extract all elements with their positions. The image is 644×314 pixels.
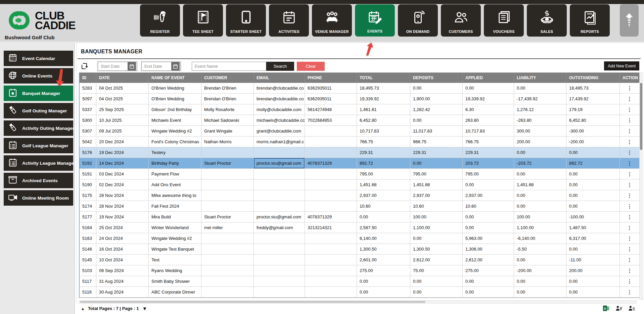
column-header-name-of-event[interactable]: NAME OF EVENT — [149, 73, 201, 83]
row-action-menu[interactable]: ⋮ — [620, 115, 640, 126]
column-header-phone[interactable]: PHONE — [305, 73, 357, 83]
kebab-menu-icon[interactable]: ⋮ — [627, 171, 632, 177]
row-action-menu[interactable]: ⋮ — [620, 265, 640, 276]
sidebar-item-golf-league-manager[interactable]: Golf League Manager — [4, 138, 73, 153]
table-row-5117[interactable]: 511731 Aug 2024Smith Baby Shower0.000.00… — [80, 276, 640, 287]
kebab-menu-icon[interactable]: ⋮ — [627, 278, 632, 284]
kebab-menu-icon[interactable]: ⋮ — [627, 117, 632, 123]
contact-export-icon[interactable] — [615, 305, 623, 313]
column-header-applied[interactable]: APPLIED — [463, 73, 514, 83]
kebab-menu-icon[interactable]: ⋮ — [627, 225, 632, 230]
row-action-menu[interactable]: ⋮ — [620, 287, 640, 298]
kebab-menu-icon[interactable]: ⋮ — [627, 182, 632, 188]
row-action-menu[interactable]: ⋮ — [620, 158, 640, 169]
kebab-menu-icon[interactable]: ⋮ — [627, 96, 632, 102]
table-row-5192[interactable]: 519214 Dec 2024Birthday PartyStuart Proc… — [80, 158, 640, 169]
sidebar-item-archived-events[interactable]: Archived Events — [4, 173, 73, 188]
refresh-loop-icon[interactable] — [80, 62, 89, 71]
nav-button-register[interactable]: REGISTER — [140, 4, 180, 37]
page-down-icon[interactable]: ▼ — [142, 306, 147, 311]
table-row-5191[interactable]: 519103 Dec 2024Payment Flow795.00795.007… — [80, 169, 640, 179]
nav-button-tee-sheet[interactable]: TEE SHEET — [183, 4, 223, 37]
table-row-5164[interactable]: 516425 Oct 2024Winter Wonderlandmel mill… — [80, 222, 640, 233]
row-action-menu[interactable]: ⋮ — [620, 212, 640, 222]
contact-list-icon[interactable] — [628, 305, 635, 313]
kebab-menu-icon[interactable]: ⋮ — [627, 203, 632, 209]
row-action-menu[interactable]: ⋮ — [620, 190, 640, 201]
kebab-menu-icon[interactable]: ⋮ — [627, 85, 632, 91]
column-header-total[interactable]: TOTAL — [357, 73, 410, 83]
vertical-scrollbar[interactable] — [639, 72, 643, 300]
sidebar-item-banquet-manager[interactable]: Banquet Manager — [4, 86, 73, 101]
row-action-menu[interactable]: ⋮ — [620, 179, 640, 190]
kebab-menu-icon[interactable]: ⋮ — [627, 214, 632, 220]
event-name-input[interactable] — [192, 62, 266, 71]
table-row-5300[interactable]: 530010 Jul 2025Michaels EventMichael Sad… — [80, 115, 640, 126]
kebab-menu-icon[interactable]: ⋮ — [627, 193, 632, 198]
row-action-menu[interactable]: ⋮ — [620, 233, 640, 244]
row-action-menu[interactable]: ⋮ — [620, 94, 640, 104]
table-row-5103[interactable]: 510306 Sep 2024Ryans Wedding275.0075.002… — [80, 265, 640, 276]
nav-button-venue-manager[interactable]: VENUE MANAGER — [312, 4, 352, 37]
table-row-5097[interactable]: 509704 Oct 2025O'Brien WeddingBrendan O'… — [80, 94, 640, 104]
calendar-picker-icon[interactable] — [171, 62, 180, 70]
sidebar-item-event-calendar[interactable]: Event Calendar — [4, 51, 73, 66]
table-row-5146[interactable]: 514616 Oct 2024Wingate Test Banquet1,300… — [80, 244, 640, 255]
sidebar-item-golf-outing-manager[interactable]: Golf Outing Manager — [4, 103, 73, 118]
column-header-date[interactable]: DATE — [96, 73, 149, 83]
row-action-menu[interactable]: ⋮ — [620, 147, 640, 158]
sidebar-item-online-events[interactable]: Online Events — [4, 68, 73, 84]
table-row-5145[interactable]: 514510 Oct 2024Test2,601.002,612.002,612… — [80, 255, 640, 265]
row-action-menu[interactable]: ⋮ — [620, 83, 640, 94]
column-header-id[interactable]: ID — [80, 73, 96, 83]
row-action-menu[interactable]: ⋮ — [620, 244, 640, 255]
row-action-menu[interactable]: ⋮ — [620, 255, 640, 265]
kebab-menu-icon[interactable]: ⋮ — [627, 139, 632, 145]
kebab-menu-icon[interactable]: ⋮ — [627, 150, 632, 155]
table-row-5174[interactable]: 517428 Nov 2024Fall Fest 202410.6010.601… — [80, 201, 640, 212]
nav-button-starter-sheet[interactable]: STARTER SHEET — [226, 4, 266, 37]
row-action-menu[interactable]: ⋮ — [620, 169, 640, 179]
sidebar-item-activity-league-manager[interactable]: Activity League Manager — [4, 155, 73, 171]
column-header-deposits[interactable]: DEPOSITS — [410, 73, 463, 83]
nav-button-reports[interactable]: REPORTS — [570, 4, 610, 37]
start-date-input[interactable] — [98, 62, 128, 70]
kebab-menu-icon[interactable]: ⋮ — [627, 268, 632, 273]
sidebar-item-online-meeting-room[interactable]: Online Meeting Room — [4, 190, 73, 206]
calendar-picker-icon[interactable] — [128, 62, 136, 70]
nav-button-events[interactable]: EVENTS — [355, 4, 395, 37]
excel-export-icon[interactable]: X — [602, 305, 610, 313]
row-action-menu[interactable]: ⋮ — [620, 137, 640, 147]
column-header-action[interactable]: ACTION — [620, 73, 640, 83]
nav-button-vouchers[interactable]: VOUCHERS — [484, 4, 524, 37]
kebab-menu-icon[interactable]: ⋮ — [627, 257, 632, 263]
row-action-menu[interactable]: ⋮ — [620, 126, 640, 137]
horizontal-scrollbar[interactable] — [79, 300, 637, 304]
kebab-menu-icon[interactable]: ⋮ — [627, 128, 632, 134]
horizontal-scrollbar-thumb[interactable] — [80, 301, 425, 303]
clear-button[interactable]: Clear — [297, 62, 325, 71]
search-button[interactable]: Search — [266, 62, 294, 71]
scroll-top-button[interactable] — [620, 4, 639, 37]
table-row-5116[interactable]: 511630 Aug 2024ABC Corporate Dinner0.000… — [80, 287, 640, 298]
nav-button-activities[interactable]: ACTIVITIES — [269, 4, 309, 37]
row-action-menu[interactable]: ⋮ — [620, 222, 640, 233]
row-action-menu[interactable]: ⋮ — [620, 276, 640, 287]
table-row-5283[interactable]: 528304 Oct 2025O'Brien WeddingBrendan O'… — [80, 83, 640, 94]
page-up-icon[interactable]: ▲ — [81, 307, 85, 311]
vertical-scrollbar-thumb[interactable] — [640, 83, 642, 150]
table-row-5042[interactable]: 504220 Dec 2024Ford's Colony ChristmasNa… — [80, 137, 640, 147]
kebab-menu-icon[interactable]: ⋮ — [627, 107, 632, 112]
column-header-liability[interactable]: LIABILITY — [514, 73, 566, 83]
table-row-5163[interactable]: 516324 Oct 2024Wingate Wedding #26,140.0… — [80, 233, 640, 244]
row-action-menu[interactable]: ⋮ — [620, 201, 640, 212]
table-row-5337[interactable]: 533725 Sep 2025Gibson' 2nd BirthdayMolly… — [80, 104, 640, 115]
kebab-menu-icon[interactable]: ⋮ — [627, 246, 632, 252]
table-row-5177[interactable]: 517719 Nov 2024Mira BuildStuart Proctorp… — [80, 212, 640, 222]
nav-button-sales[interactable]: SALES — [527, 4, 567, 37]
table-row-5175[interactable]: 517528 Nov 2024MIke awesome thing to2,93… — [80, 190, 640, 201]
kebab-menu-icon[interactable]: ⋮ — [627, 289, 632, 295]
table-row-5307[interactable]: 530709 Jul 2025Wingate Wedding #2Grant W… — [80, 126, 640, 137]
row-action-menu[interactable]: ⋮ — [620, 104, 640, 115]
nav-button-customers[interactable]: CUSTOMERS — [441, 4, 481, 37]
